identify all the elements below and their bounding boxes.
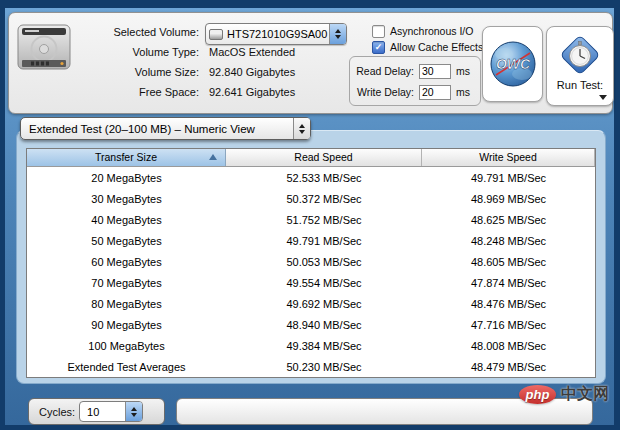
table-cell: 47.716 MB/Sec xyxy=(422,319,595,331)
column-header-write-speed[interactable]: Write Speed xyxy=(422,149,595,166)
test-mode-dropdown[interactable]: Extended Test (20–100 MB) – Numeric View xyxy=(20,117,311,140)
table-cell: 70 MegaBytes xyxy=(27,277,226,289)
table-cell: 49.791 MB/Sec xyxy=(422,172,595,184)
table-row[interactable]: 60 MegaBytes50.053 MB/Sec48.605 MB/Sec xyxy=(27,251,595,272)
owc-logo-button[interactable]: OWC xyxy=(482,26,543,102)
write-delay-input[interactable] xyxy=(419,85,451,100)
free-space-label: Free Space: xyxy=(69,84,199,100)
volume-size-label: Volume Size: xyxy=(69,64,199,80)
write-delay-label: Write Delay: xyxy=(350,86,414,98)
table-cell: 48.476 MB/Sec xyxy=(422,298,595,310)
run-test-menu-arrow-icon xyxy=(599,95,607,100)
dropdown-stepper-icon xyxy=(329,24,346,44)
table-row[interactable]: 70 MegaBytes49.554 MB/Sec47.874 MB/Sec xyxy=(27,272,595,293)
column-header-transfer-size[interactable]: Transfer Size xyxy=(27,149,226,166)
free-space-value: 92.641 Gigabytes xyxy=(209,84,295,100)
delay-settings-group: Read Delay: ms Write Delay: ms xyxy=(349,56,481,106)
table-cell: 80 MegaBytes xyxy=(27,298,226,310)
table-cell: 50 MegaBytes xyxy=(27,235,226,247)
volume-panel: Selected Volume: Volume Type: Volume Siz… xyxy=(8,12,613,114)
table-cell: 49.554 MB/Sec xyxy=(226,277,422,289)
run-test-button[interactable]: Run Test: xyxy=(546,26,614,106)
table-cell: 50.053 MB/Sec xyxy=(226,256,422,268)
cycles-box: Cycles: 10 xyxy=(28,398,165,425)
cycles-value: 10 xyxy=(80,406,125,418)
selected-volume-value: HTS721010G9SA00 xyxy=(223,28,329,40)
read-delay-input[interactable] xyxy=(419,64,451,79)
table-cell: 50.230 MB/Sec xyxy=(226,361,422,373)
results-table: Transfer Size Read Speed Write Speed 20 … xyxy=(26,148,596,378)
checkbox-icon xyxy=(372,25,385,38)
dropdown-stepper-icon xyxy=(125,402,142,421)
cycles-label: Cycles: xyxy=(39,406,75,418)
stopwatch-icon xyxy=(558,33,602,77)
table-row[interactable]: 100 MegaBytes49.384 MB/Sec48.008 MB/Sec xyxy=(27,335,595,356)
table-cell: 48.969 MB/Sec xyxy=(422,193,595,205)
hard-drive-icon xyxy=(15,18,73,76)
column-header-label: Transfer Size xyxy=(95,151,157,163)
table-cell: 90 MegaBytes xyxy=(27,319,226,331)
table-row[interactable]: 30 MegaBytes50.372 MB/Sec48.969 MB/Sec xyxy=(27,188,595,209)
table-cell: 30 MegaBytes xyxy=(27,193,226,205)
table-cell: 48.605 MB/Sec xyxy=(422,256,595,268)
table-cell: 48.479 MB/Sec xyxy=(422,361,595,373)
results-table-body: 20 MegaBytes52.533 MB/Sec49.791 MB/Sec30… xyxy=(27,167,595,377)
table-cell: 48.940 MB/Sec xyxy=(226,319,422,331)
watermark-text: 中文网 xyxy=(561,384,609,405)
table-cell: 49.692 MB/Sec xyxy=(226,298,422,310)
table-cell: 48.008 MB/Sec xyxy=(422,340,595,352)
test-mode-value: Extended Test (20–100 MB) – Numeric View xyxy=(21,123,293,135)
table-cell: Extended Test Averages xyxy=(27,361,226,373)
column-header-label: Write Speed xyxy=(479,151,537,163)
table-row[interactable]: Extended Test Averages50.230 MB/Sec48.47… xyxy=(27,356,595,377)
owc-globe-icon: OWC xyxy=(489,40,537,88)
column-header-label: Read Speed xyxy=(294,151,352,163)
table-cell: 48.625 MB/Sec xyxy=(422,214,595,226)
checkbox-checked-icon xyxy=(372,41,385,54)
volume-size-value: 92.840 Gigabytes xyxy=(209,64,295,80)
write-delay-unit: ms xyxy=(456,86,470,98)
read-delay-unit: ms xyxy=(456,65,470,77)
selected-volume-label: Selected Volume: xyxy=(69,24,199,40)
table-cell: 52.533 MB/Sec xyxy=(226,172,422,184)
table-row[interactable]: 90 MegaBytes48.940 MB/Sec47.716 MB/Sec xyxy=(27,314,595,335)
table-row[interactable]: 50 MegaBytes49.791 MB/Sec48.248 MB/Sec xyxy=(27,230,595,251)
volume-type-value: MacOS Extended xyxy=(209,44,295,60)
php-logo-icon: php xyxy=(519,385,556,404)
table-cell: 20 MegaBytes xyxy=(27,172,226,184)
async-io-label: Asynchronous I/O xyxy=(390,25,473,37)
cycles-dropdown[interactable]: 10 xyxy=(79,401,143,422)
table-cell: 48.248 MB/Sec xyxy=(422,235,595,247)
async-io-checkbox[interactable]: Asynchronous I/O xyxy=(372,24,473,38)
table-cell: 49.384 MB/Sec xyxy=(226,340,422,352)
sort-ascending-icon xyxy=(209,154,217,160)
table-row[interactable]: 80 MegaBytes49.692 MB/Sec48.476 MB/Sec xyxy=(27,293,595,314)
run-test-label: Run Test: xyxy=(557,79,603,91)
volume-type-label: Volume Type: xyxy=(69,44,199,60)
table-row[interactable]: 20 MegaBytes52.533 MB/Sec49.791 MB/Sec xyxy=(27,167,595,188)
selected-volume-dropdown[interactable]: HTS721010G9SA00 xyxy=(205,23,347,45)
results-table-header: Transfer Size Read Speed Write Speed xyxy=(27,149,595,167)
watermark: php 中文网 xyxy=(519,384,609,405)
column-header-read-speed[interactable]: Read Speed xyxy=(226,149,422,166)
table-cell: 47.874 MB/Sec xyxy=(422,277,595,289)
mini-disk-icon xyxy=(209,29,223,40)
read-delay-label: Read Delay: xyxy=(350,65,414,77)
cache-effects-checkbox[interactable]: Allow Cache Effects xyxy=(372,40,483,54)
table-row[interactable]: 40 MegaBytes51.752 MB/Sec48.625 MB/Sec xyxy=(27,209,595,230)
table-cell: 40 MegaBytes xyxy=(27,214,226,226)
table-cell: 100 MegaBytes xyxy=(27,340,226,352)
table-cell: 51.752 MB/Sec xyxy=(226,214,422,226)
table-cell: 60 MegaBytes xyxy=(27,256,226,268)
table-cell: 50.372 MB/Sec xyxy=(226,193,422,205)
svg-text:OWC: OWC xyxy=(495,56,530,72)
cache-effects-label: Allow Cache Effects xyxy=(390,41,483,53)
table-cell: 49.791 MB/Sec xyxy=(226,235,422,247)
dropdown-stepper-icon xyxy=(293,118,310,139)
